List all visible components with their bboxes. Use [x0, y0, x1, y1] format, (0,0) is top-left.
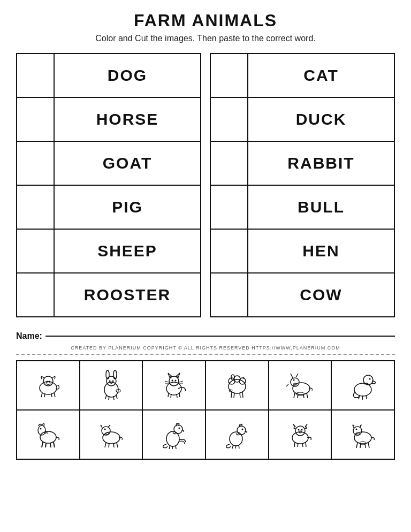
- image-placeholder: [211, 142, 248, 185]
- svg-point-60: [369, 378, 371, 380]
- svg-line-19: [116, 395, 117, 399]
- cutout-goat: [269, 361, 332, 409]
- rooster-icon: [158, 419, 190, 451]
- word-label: ROOSTER: [55, 273, 200, 316]
- image-placeholder: [211, 230, 248, 272]
- word-label: BULL: [248, 186, 394, 229]
- cutout-bull: [80, 411, 143, 459]
- cutout-horse: [17, 411, 80, 459]
- svg-point-9: [104, 382, 118, 397]
- cut-line: [16, 354, 395, 355]
- svg-point-40: [242, 377, 244, 379]
- hen-icon: [221, 419, 253, 451]
- svg-point-26: [175, 380, 177, 382]
- left-column: DOG HORSE GOAT PIG SHEEP ROOSTER: [16, 53, 201, 316]
- horse-icon: [32, 419, 64, 451]
- image-placeholder: [17, 142, 55, 185]
- right-column: CAT DUCK RABBIT BULL HEN COW: [210, 53, 395, 316]
- bull-icon: [95, 419, 127, 451]
- svg-line-89: [235, 445, 236, 449]
- svg-point-35: [229, 379, 246, 393]
- word-label: DOG: [55, 54, 200, 97]
- image-placeholder: [211, 186, 248, 229]
- table-row: DUCK: [210, 97, 395, 142]
- svg-line-44: [240, 393, 240, 398]
- sheep-icon: [221, 369, 253, 401]
- svg-line-5: [41, 393, 42, 397]
- name-label: Name:: [16, 331, 42, 341]
- svg-point-87: [241, 429, 243, 430]
- svg-point-101: [353, 427, 362, 435]
- svg-line-78: [117, 443, 118, 447]
- svg-line-17: [109, 396, 109, 400]
- svg-line-75: [105, 443, 106, 447]
- svg-marker-24: [176, 373, 180, 377]
- svg-line-52: [286, 384, 288, 386]
- rabbit-icon: [95, 369, 127, 401]
- table-row: ROOSTER: [16, 272, 201, 317]
- svg-line-43: [234, 393, 234, 398]
- svg-line-45: [242, 392, 243, 398]
- svg-point-94: [301, 429, 302, 431]
- svg-point-4: [46, 382, 50, 385]
- svg-line-84: [176, 445, 176, 449]
- svg-point-66: [40, 428, 41, 430]
- svg-line-96: [294, 442, 295, 447]
- table-row: COW: [210, 272, 395, 317]
- svg-line-76: [109, 443, 109, 447]
- svg-line-97: [298, 443, 298, 447]
- table-row: HORSE: [16, 97, 201, 142]
- svg-line-77: [113, 443, 114, 447]
- image-placeholder: [17, 98, 55, 141]
- table-row: HEN: [210, 229, 395, 273]
- svg-line-106: [365, 443, 366, 448]
- svg-line-31: [168, 393, 169, 397]
- word-label: HORSE: [55, 98, 200, 141]
- svg-line-68: [45, 443, 46, 447]
- name-underline: [45, 336, 395, 337]
- goat-icon: [284, 369, 316, 401]
- table-row: DOG: [16, 53, 201, 98]
- svg-line-107: [368, 443, 369, 448]
- subtitle: Color and Cut the images. Then paste to …: [95, 34, 315, 43]
- svg-line-70: [54, 442, 55, 447]
- svg-point-48: [293, 379, 294, 381]
- svg-point-93: [298, 429, 299, 431]
- cutout-dog: [269, 411, 332, 459]
- word-label: PIG: [55, 186, 200, 229]
- cutout-duck: [332, 361, 394, 409]
- image-placeholder: [211, 98, 248, 141]
- cow-icon: [347, 419, 379, 451]
- word-label: RABBIT: [248, 142, 394, 185]
- cutout-hen: [206, 411, 269, 459]
- svg-line-63: [366, 395, 367, 399]
- svg-line-34: [179, 393, 180, 397]
- svg-point-0: [40, 382, 57, 394]
- cutout-rooster: [143, 411, 206, 459]
- word-label: SHEEP: [55, 230, 200, 272]
- svg-line-16: [105, 395, 106, 399]
- svg-point-14: [112, 381, 113, 382]
- cutout-row-2: [17, 409, 394, 459]
- dog-icon: [284, 419, 316, 451]
- svg-line-33: [177, 394, 177, 398]
- image-placeholder: [211, 273, 248, 316]
- svg-line-6: [44, 393, 45, 397]
- svg-line-32: [171, 394, 171, 398]
- cutout-section: [16, 360, 395, 460]
- svg-line-8: [54, 393, 55, 397]
- svg-line-27: [165, 381, 169, 382]
- duck-icon: [347, 369, 379, 401]
- cutout-pig: [17, 361, 80, 409]
- image-placeholder: [17, 186, 55, 229]
- image-placeholder: [17, 273, 55, 316]
- table-row: PIG: [16, 185, 201, 230]
- svg-line-42: [231, 392, 232, 398]
- svg-line-88: [232, 445, 233, 449]
- cutout-row-1: [17, 361, 394, 409]
- svg-line-104: [356, 443, 357, 448]
- word-label: CAT: [248, 54, 394, 97]
- image-placeholder: [17, 230, 55, 272]
- svg-point-86: [237, 426, 246, 435]
- svg-line-56: [307, 393, 308, 398]
